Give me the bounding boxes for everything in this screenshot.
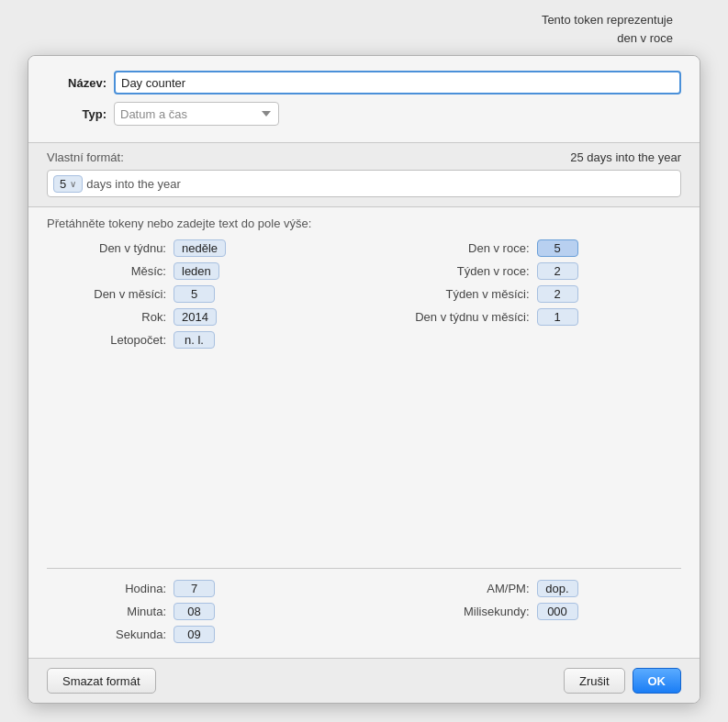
token-label-wom: Týden v měsíci:: [364, 287, 530, 301]
token-row-dom: Den v měsíci: 5: [47, 285, 364, 303]
format-label: Vlastní formát:: [47, 150, 124, 164]
token-row-doy: Den v roce: 5: [364, 239, 682, 257]
token-row-dow: Den v týdnu: neděle: [47, 239, 364, 257]
time-val-ms[interactable]: 000: [537, 603, 578, 620]
token-label-doy: Den v roce:: [364, 241, 530, 255]
token-val-dow[interactable]: neděle: [174, 239, 226, 257]
tooltip: Tento token reprezentuje den v roce: [0, 0, 728, 55]
token-value: 5: [60, 177, 66, 191]
tokens-title: Přetáhněte tokeny nebo zadejte text do p…: [47, 217, 681, 230]
time-val-ampm[interactable]: dop.: [537, 580, 578, 597]
name-row: Název:: [47, 71, 681, 94]
time-val-sec[interactable]: 09: [174, 626, 215, 643]
token-val-year[interactable]: 2014: [174, 308, 217, 326]
token-val-doy[interactable]: 5: [537, 239, 578, 257]
time-row-sec: Sekunda: 09: [47, 626, 364, 643]
format-field: 5 ∨ days into the year: [47, 170, 681, 197]
token-row-era: Letopočet: n. l.: [47, 331, 364, 349]
token-label-year: Rok:: [47, 310, 166, 324]
type-label: Typ:: [47, 107, 106, 121]
token-row-month: Měsíc: leden: [47, 262, 364, 280]
token-label-dowm: Den v týdnu v měsíci:: [364, 310, 530, 324]
token-columns: Den v týdnu: neděle Měsíc: leden Den v m…: [47, 239, 681, 354]
token-label-woy: Týden v roce:: [364, 264, 530, 278]
token-label-dom: Den v měsíci:: [47, 287, 166, 301]
time-row-ms: Milisekundy: 000: [364, 603, 682, 620]
time-label-ampm: AM/PM:: [364, 582, 530, 595]
time-column-left: Hodina: 7 Minuta: 08 Sekunda: 09: [47, 580, 364, 649]
time-val-hour[interactable]: 7: [174, 580, 215, 597]
time-columns: Hodina: 7 Minuta: 08 Sekunda: 09 AM/PM: …: [47, 580, 681, 649]
ok-button[interactable]: OK: [633, 668, 682, 694]
time-label-hour: Hodina:: [47, 582, 166, 595]
token-val-era[interactable]: n. l.: [174, 331, 215, 349]
form-section: Název: Typ: Datum a čas: [28, 56, 700, 142]
time-row-ampm: AM/PM: dop.: [364, 580, 682, 597]
bottom-bar: Smazat formát Zrušit OK: [28, 658, 700, 703]
delete-format-button[interactable]: Smazat formát: [47, 668, 156, 694]
time-label-ms: Milisekundy:: [364, 605, 530, 618]
token-val-month[interactable]: leden: [174, 262, 219, 280]
token-row-wom: Týden v měsíci: 2: [364, 285, 682, 303]
token-val-woy[interactable]: 2: [537, 262, 578, 280]
format-preview: 25 days into the year: [570, 150, 681, 164]
time-val-min[interactable]: 08: [174, 603, 215, 620]
token-val-dowm[interactable]: 1: [537, 308, 578, 326]
type-select[interactable]: Datum a čas: [114, 102, 279, 126]
format-header: Vlastní formát: 25 days into the year: [47, 150, 681, 164]
time-label-min: Minuta:: [47, 605, 166, 618]
token-dropdown-arrow: ∨: [70, 179, 76, 189]
tokens-section: Přetáhněte tokeny nebo zadejte text do p…: [28, 207, 700, 564]
token-val-dom[interactable]: 5: [174, 285, 215, 303]
time-row-min: Minuta: 08: [47, 603, 364, 620]
tooltip-line1: Tento token reprezentuje: [542, 13, 673, 27]
format-section: Vlastní formát: 25 days into the year 5 …: [28, 143, 700, 206]
time-row-hour: Hodina: 7: [47, 580, 364, 597]
btn-group-right: Zrušit OK: [564, 668, 681, 694]
time-label-sec: Sekunda:: [47, 628, 166, 641]
token-row-dowm: Den v týdnu v měsíci: 1: [364, 308, 682, 326]
name-input[interactable]: [114, 71, 681, 94]
time-column-right: AM/PM: dop. Milisekundy: 000: [364, 580, 682, 649]
token-row-woy: Týden v roce: 2: [364, 262, 682, 280]
token-row-year: Rok: 2014: [47, 308, 364, 326]
format-text: days into the year: [86, 177, 181, 191]
cancel-button[interactable]: Zrušit: [564, 668, 625, 694]
token-val-wom[interactable]: 2: [537, 285, 578, 303]
format-token[interactable]: 5 ∨: [53, 175, 83, 193]
time-section: Hodina: 7 Minuta: 08 Sekunda: 09 AM/PM: …: [28, 572, 700, 658]
tooltip-line2: den v roce: [617, 31, 673, 45]
token-column-right: Den v roce: 5 Týden v roce: 2 Týden v mě…: [364, 239, 682, 354]
token-label-month: Měsíc:: [47, 264, 166, 278]
name-label: Název:: [47, 76, 106, 90]
token-column-left: Den v týdnu: neděle Měsíc: leden Den v m…: [47, 239, 364, 354]
type-row: Typ: Datum a čas: [47, 102, 681, 126]
token-label-dow: Den v týdnu:: [47, 241, 166, 255]
token-label-era: Letopočet:: [47, 333, 166, 347]
dialog: Název: Typ: Datum a čas Vlastní formát: …: [28, 55, 700, 704]
divider-3: [47, 568, 681, 569]
